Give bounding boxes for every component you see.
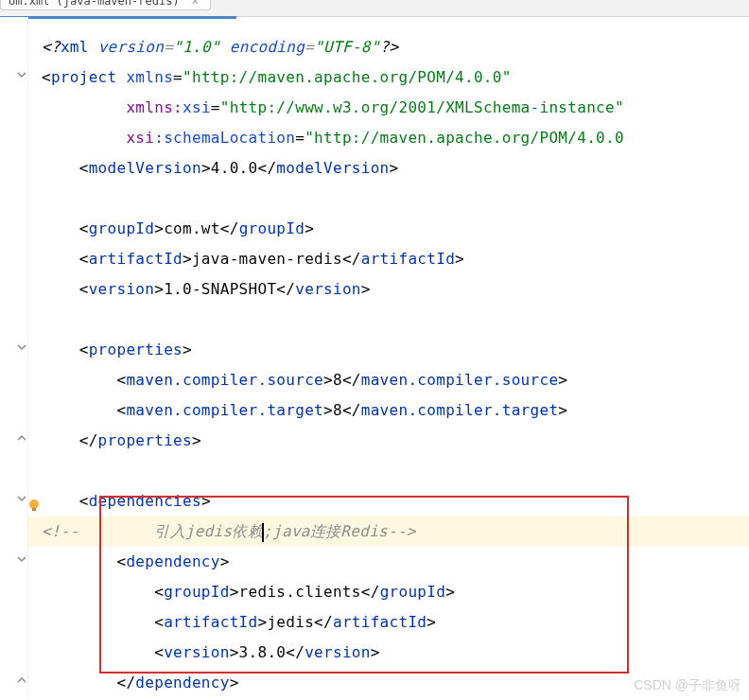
fold-up-icon[interactable] [17, 675, 26, 685]
fold-icon[interactable] [17, 342, 26, 352]
fold-icon[interactable] [17, 494, 26, 503]
code-line[interactable]: <groupId>com.wt</groupId> [28, 214, 749, 244]
code-editor[interactable]: <?xml version="1.0" encoding="UTF-8"?> <… [0, 17, 749, 698]
intention-bulb-icon[interactable] [26, 493, 44, 510]
code-line[interactable]: <maven.compiler.source>8</maven.compiler… [28, 365, 749, 395]
gutter [0, 17, 28, 698]
code-line[interactable]: xmlns:xsi="http://www.w3.org/2001/XMLSch… [28, 93, 749, 123]
code-line[interactable]: </properties> [28, 426, 749, 456]
tab-label: om.xml (java-maven-redis) [9, 0, 180, 8]
code-line[interactable] [28, 305, 749, 335]
code-line[interactable]: <version>3.8.0</version> [28, 638, 749, 668]
code-line[interactable]: <dependency> [28, 547, 749, 577]
code-line[interactable]: <artifactId>jedis</artifactId> [28, 607, 749, 638]
code-area[interactable]: <?xml version="1.0" encoding="UTF-8"?> <… [28, 25, 749, 698]
code-line[interactable] [28, 184, 749, 214]
code-line[interactable]: <artifactId>java-maven-redis</artifactId… [28, 244, 749, 274]
code-line[interactable]: <project xmlns="http://maven.apache.org/… [28, 62, 749, 93]
code-line[interactable]: <version>1.0-SNAPSHOT</version> [28, 274, 749, 305]
watermark: CSDN @子非鱼呀 [634, 677, 741, 694]
code-line[interactable]: <modelVersion>4.0.0</modelVersion> [28, 153, 749, 184]
code-line[interactable]: xsi:schemaLocation="http://maven.apache.… [28, 123, 749, 153]
code-line[interactable]: <groupId>redis.clients</groupId> [28, 577, 749, 607]
svg-point-0 [29, 499, 39, 509]
close-icon[interactable]: × [192, 0, 199, 8]
fold-icon[interactable] [17, 554, 26, 564]
code-line[interactable]: <dependencies> [28, 486, 749, 516]
fold-icon[interactable] [17, 70, 26, 79]
file-tab[interactable]: om.xml (java-maven-redis) × [0, 0, 211, 10]
code-line[interactable]: <properties> [28, 335, 749, 365]
svg-rect-1 [32, 508, 36, 511]
fold-up-icon[interactable] [17, 433, 26, 443]
code-line-current[interactable]: <!-- 引入jedis依赖;java连接Redis--> [28, 516, 749, 547]
code-line[interactable]: <?xml version="1.0" encoding="UTF-8"?> [28, 32, 749, 62]
code-line[interactable] [28, 456, 749, 486]
code-line[interactable]: <maven.compiler.target>8</maven.compiler… [28, 395, 749, 426]
tab-bar: om.xml (java-maven-redis) × [0, 0, 749, 17]
